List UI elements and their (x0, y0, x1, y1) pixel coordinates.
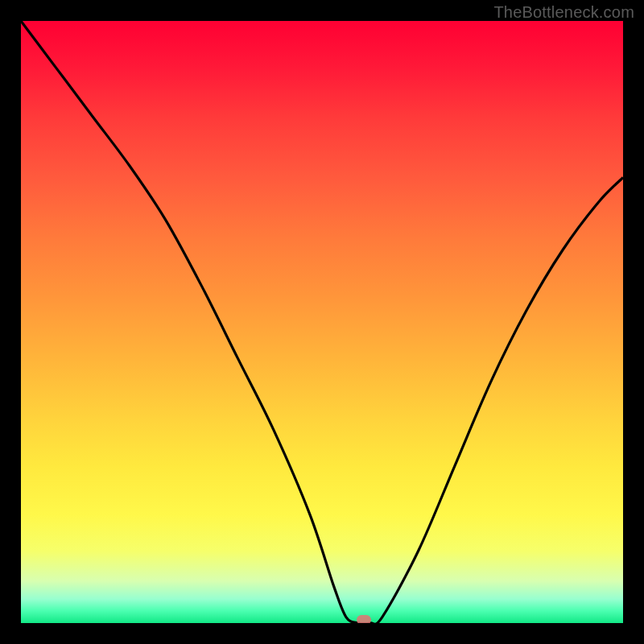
watermark-text: TheBottleneck.com (493, 3, 634, 22)
chart-container: TheBottleneck.com (0, 0, 644, 644)
bottleneck-curve (21, 21, 623, 623)
optimum-marker (357, 615, 371, 623)
plot-area (21, 21, 623, 623)
